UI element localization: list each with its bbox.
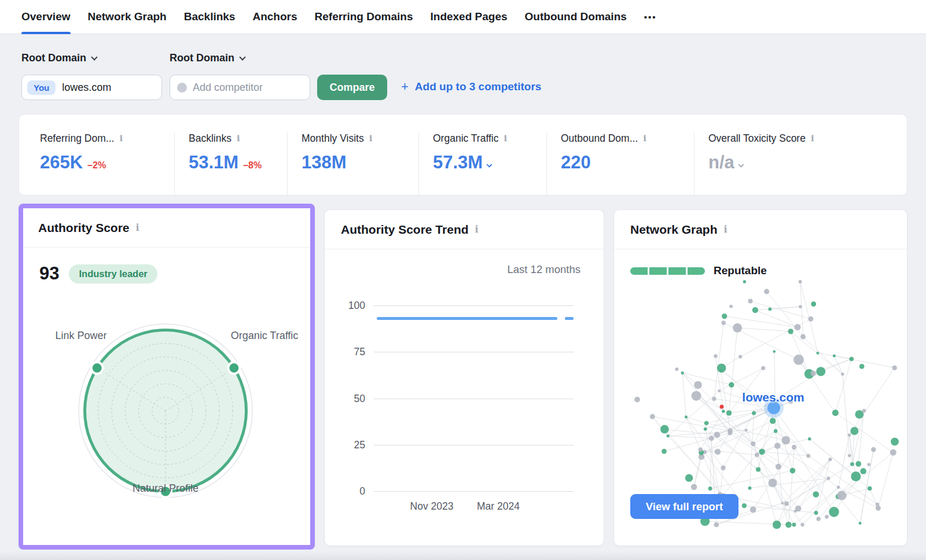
info-icon[interactable]: i xyxy=(237,134,240,143)
top-tab-bar: Overview Network Graph Backlinks Anchors… xyxy=(0,0,926,34)
trend-period-label: Last 12 months xyxy=(508,263,581,276)
authority-score-card: Authority Score i 93 Industry leader Lin… xyxy=(19,204,315,550)
info-icon[interactable]: i xyxy=(811,134,814,143)
competitor-scope-label: Root Domain xyxy=(170,52,234,64)
tab-anchors[interactable]: Anchors xyxy=(252,0,297,34)
radar-axis-link-power: Link Power xyxy=(49,329,113,342)
metric-label: Overall Toxicity Score xyxy=(708,132,806,145)
radar-axis-organic-traffic: Organic Traffic xyxy=(227,329,302,342)
y-tick-100: 100 xyxy=(335,300,365,312)
tab-outbound-domains[interactable]: Outbound Domains xyxy=(525,0,627,34)
authority-score-header: Authority Score i xyxy=(23,208,310,248)
metric-label: Monthly Visits xyxy=(302,132,364,145)
meter-segment xyxy=(688,267,705,275)
gridline-50 xyxy=(374,399,574,399)
card-title: Authority Score Trend xyxy=(341,223,469,237)
metric-value: 57.3M xyxy=(433,152,483,173)
meter-segment xyxy=(630,267,648,275)
compare-button[interactable]: Compare xyxy=(317,75,387,100)
y-tick-0: 0 xyxy=(335,485,365,498)
metric-delta: –2% xyxy=(87,160,106,171)
card-title: Network Graph xyxy=(630,223,718,237)
y-tick-25: 25 xyxy=(335,439,365,451)
competitor-dot-icon xyxy=(177,83,187,93)
tab-backlinks[interactable]: Backlinks xyxy=(184,0,236,34)
metric-value: 220 xyxy=(561,152,591,173)
you-domain-input[interactable]: You lowes.com xyxy=(21,75,162,100)
network-graph-visualization[interactable] xyxy=(614,277,908,532)
metric-toxicity-score: Overall Toxicity Scorei n/a xyxy=(694,132,906,195)
chevron-down-icon xyxy=(239,54,245,60)
metric-value: 53.1M xyxy=(189,152,238,173)
metric-referring-domains: Referring Dom...i 265K–2% xyxy=(19,132,174,195)
info-icon[interactable]: i xyxy=(136,223,139,233)
info-icon[interactable]: i xyxy=(119,134,123,143)
chevron-down-icon[interactable] xyxy=(487,162,493,168)
you-scope-selector[interactable]: Root Domain xyxy=(21,52,97,64)
metric-value: 138M xyxy=(302,152,347,173)
metric-value: n/a xyxy=(708,152,734,173)
view-full-report-button[interactable]: View full report xyxy=(630,494,738,519)
y-tick-75: 75 xyxy=(335,346,365,358)
meter-segment xyxy=(668,267,686,275)
reputation-rating-row: Reputable xyxy=(614,249,907,277)
you-domain-value: lowes.com xyxy=(62,82,111,94)
tab-indexed-pages[interactable]: Indexed Pages xyxy=(431,0,508,34)
metric-value: 265K xyxy=(40,152,83,173)
metric-monthly-visits: Monthly Visitsi 138M xyxy=(287,132,418,195)
authority-trend-line xyxy=(377,317,557,320)
x-tick-mar-2024: Mar 2024 xyxy=(466,500,530,513)
add-competitors-link[interactable]: + Add up to 3 competitors xyxy=(401,80,541,93)
competitor-input-box[interactable] xyxy=(170,75,310,100)
chevron-down-icon[interactable] xyxy=(738,162,744,168)
info-icon[interactable]: i xyxy=(643,134,646,143)
competitor-scope-selector[interactable]: Root Domain xyxy=(170,52,245,64)
gridline-25 xyxy=(374,445,574,445)
plus-icon: + xyxy=(401,80,409,93)
metric-organic-traffic: Organic Traffici 57.3M xyxy=(418,132,546,195)
add-competitors-link-label: Add up to 3 competitors xyxy=(415,80,542,93)
you-scope-label: Root Domain xyxy=(21,52,86,64)
metric-label: Outbound Dom... xyxy=(561,132,638,145)
meter-segment xyxy=(649,267,667,275)
y-tick-50: 50 xyxy=(335,393,365,405)
reputation-rating-label: Reputable xyxy=(714,264,767,277)
network-center-node-label[interactable]: lowes.com xyxy=(721,390,825,404)
gridline-100 xyxy=(374,305,574,306)
info-icon[interactable]: i xyxy=(475,225,479,234)
metric-label: Referring Dom... xyxy=(40,132,114,145)
add-competitor-input[interactable] xyxy=(193,82,303,94)
more-tabs-icon[interactable]: ••• xyxy=(644,0,657,34)
authority-score-value: 93 xyxy=(39,263,59,284)
industry-leader-badge: Industry leader xyxy=(69,264,157,283)
radar-axis-natural-profile: Natural Profile xyxy=(104,481,227,495)
info-icon[interactable]: i xyxy=(369,134,373,143)
chevron-down-icon xyxy=(91,54,97,60)
gridline-75 xyxy=(374,352,574,352)
metric-outbound-domains: Outbound Dom...i 220 xyxy=(546,132,694,195)
network-graph-card: Network Graph i Reputable lowes.com View… xyxy=(613,209,907,546)
x-tick-nov-2023: Nov 2023 xyxy=(400,500,464,513)
metric-backlinks: Backlinksi 53.1M–8% xyxy=(174,132,287,195)
card-title: Authority Score xyxy=(38,221,130,235)
tab-network-graph[interactable]: Network Graph xyxy=(88,0,167,34)
authority-radar-chart xyxy=(23,285,310,539)
info-icon[interactable]: i xyxy=(504,134,507,143)
metric-label: Backlinks xyxy=(189,132,232,145)
trend-card-header: Authority Score Trend i xyxy=(325,210,604,249)
gridline-0 xyxy=(374,491,574,492)
tab-referring-domains[interactable]: Referring Domains xyxy=(315,0,413,34)
authority-score-value-row: 93 Industry leader xyxy=(23,248,310,284)
info-icon[interactable]: i xyxy=(724,225,727,234)
network-card-header: Network Graph i xyxy=(614,210,907,249)
you-badge: You xyxy=(27,80,56,95)
metrics-summary-bar: Referring Dom...i 265K–2% Backlinksi 53.… xyxy=(19,114,907,196)
metric-label: Organic Traffic xyxy=(433,132,498,145)
reputation-meter xyxy=(630,267,705,275)
metric-delta: –8% xyxy=(243,160,262,171)
tab-overview[interactable]: Overview xyxy=(21,0,71,34)
backlink-analytics-page: Overview Network Graph Backlinks Anchors… xyxy=(0,0,926,560)
authority-score-trend-card: Authority Score Trend i Last 12 months 1… xyxy=(324,209,604,546)
authority-trend-line-dashed-tail xyxy=(565,317,574,320)
